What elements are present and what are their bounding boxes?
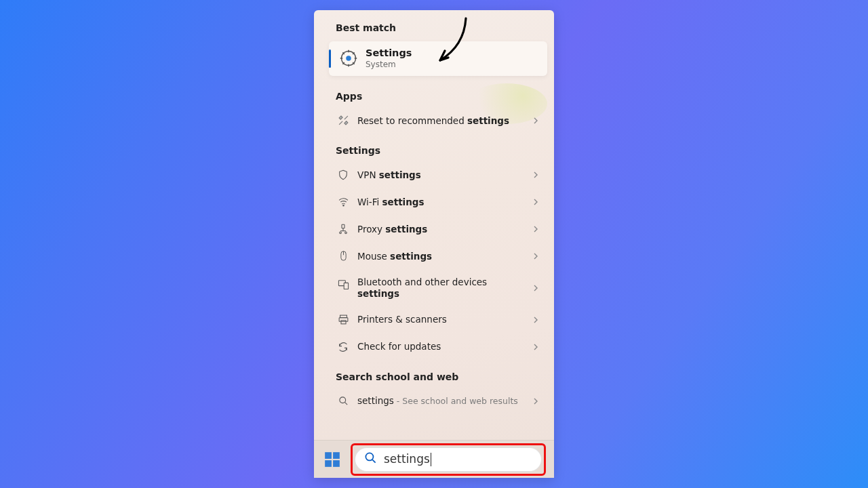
row-label: Reset to recommended settings	[357, 115, 524, 127]
svg-point-23	[339, 397, 345, 403]
section-apps: Apps	[314, 80, 554, 107]
row-label: Check for updates	[357, 341, 524, 352]
svg-rect-28	[333, 460, 340, 467]
settings-gear-icon	[338, 48, 359, 68]
settings-row-printers[interactable]: Printers & scanners	[314, 306, 554, 333]
settings-row-proxy[interactable]: Proxy settings	[314, 216, 554, 243]
svg-point-1	[346, 56, 351, 61]
settings-row-mouse[interactable]: Mouse settings	[314, 243, 554, 270]
chevron-right-icon	[532, 340, 539, 353]
printer-icon	[337, 314, 349, 326]
svg-point-15	[345, 232, 347, 234]
devices-icon	[337, 279, 349, 291]
chevron-right-icon	[532, 394, 539, 407]
row-label: VPN settings	[357, 169, 524, 181]
svg-rect-22	[340, 321, 345, 324]
best-match-title: Settings	[366, 48, 412, 59]
web-row-settings[interactable]: settings - See school and web results	[314, 388, 554, 415]
shield-icon	[337, 169, 349, 181]
section-best-match: Best match	[314, 10, 554, 39]
chevron-right-icon	[532, 313, 539, 326]
chevron-right-icon	[532, 195, 539, 208]
svg-rect-26	[333, 452, 340, 459]
search-icon	[337, 395, 349, 407]
chevron-right-icon	[532, 114, 539, 127]
taskbar-search-input[interactable]: settings	[355, 447, 542, 472]
tools-icon	[337, 115, 349, 127]
app-row-reset-recommended[interactable]: Reset to recommended settings	[314, 107, 554, 134]
svg-rect-27	[325, 460, 332, 467]
svg-point-29	[366, 453, 373, 460]
search-value: settings	[384, 452, 431, 466]
settings-row-wifi[interactable]: Wi-Fi settings	[314, 188, 554, 216]
svg-rect-20	[340, 315, 347, 318]
svg-rect-25	[325, 452, 332, 459]
mouse-icon	[337, 250, 349, 262]
start-button[interactable]	[322, 449, 342, 470]
svg-rect-21	[339, 318, 348, 322]
svg-rect-11	[342, 224, 344, 228]
section-search-web: Search school and web	[314, 361, 554, 388]
settings-row-updates[interactable]: Check for updates	[314, 333, 554, 361]
chevron-right-icon	[532, 281, 539, 294]
section-settings: Settings	[314, 134, 554, 161]
svg-point-14	[340, 232, 342, 234]
row-label: Proxy settings	[357, 224, 524, 235]
row-label: Mouse settings	[357, 251, 524, 262]
row-label: settings - See school and web results	[357, 395, 524, 407]
search-highlight-box: settings	[351, 443, 546, 476]
row-label: Printers & scanners	[357, 314, 524, 325]
taskbar: settings	[314, 440, 554, 478]
row-label: Wi-Fi settings	[357, 197, 524, 208]
svg-line-30	[372, 460, 375, 462]
proxy-icon	[337, 223, 349, 235]
refresh-icon	[337, 341, 349, 353]
start-search-panel: Best match Settings System	[314, 10, 554, 478]
chevron-right-icon	[532, 222, 539, 235]
settings-row-bluetooth-devices[interactable]: Bluetooth and other devices settings	[314, 270, 554, 306]
row-label: Bluetooth and other devices settings	[357, 277, 524, 300]
svg-point-10	[342, 205, 343, 206]
search-icon	[364, 451, 377, 467]
svg-line-24	[344, 403, 347, 405]
chevron-right-icon	[532, 249, 539, 262]
best-match-settings[interactable]: Settings System	[329, 41, 547, 76]
results-area: Best match Settings System	[314, 10, 554, 440]
chevron-right-icon	[532, 168, 539, 181]
wifi-icon	[337, 196, 349, 208]
settings-row-vpn[interactable]: VPN settings	[314, 161, 554, 188]
svg-rect-19	[344, 283, 348, 289]
best-match-subtitle: System	[366, 60, 412, 69]
